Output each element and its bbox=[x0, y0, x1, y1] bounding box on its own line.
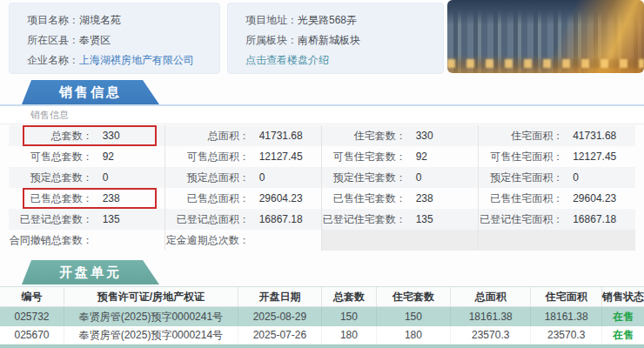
sales-field-label: 合同撤销总套数： bbox=[9, 233, 93, 248]
sales-row: 总套数：330总面积：41731.68住宅套数：330住宅面积：41731.68 bbox=[9, 125, 635, 146]
opening-units-tab[interactable]: 开盘单元 bbox=[22, 260, 159, 284]
sales-field-value: 0 bbox=[250, 171, 265, 184]
intro-link-row: 点击查看楼盘介绍 bbox=[245, 50, 443, 70]
sales-field-value: 135 bbox=[406, 213, 433, 225]
sales-row: 可售总套数：92可售总面积：12127.45可售住宅套数：92可售住宅面积：12… bbox=[9, 146, 635, 167]
sales-field-value: 0 bbox=[563, 171, 579, 184]
opening-table-cell: 025670 bbox=[0, 326, 64, 344]
sales-field-label: 可售总套数： bbox=[9, 150, 93, 164]
sales-field-value: 29604.23 bbox=[563, 192, 616, 204]
sales-field-value: 330 bbox=[406, 130, 433, 142]
sales-cell bbox=[322, 230, 479, 251]
sales-field-label: 定金逾期总次数： bbox=[165, 233, 250, 248]
sales-field-label: 已售总套数： bbox=[9, 191, 93, 206]
plate-value: 南桥新城板块 bbox=[298, 33, 360, 48]
opening-table-cell: 025732 bbox=[0, 307, 64, 326]
sales-row: 预定总套数：0预定总面积：0预定住宅套数：0预定住宅面积：0 bbox=[9, 167, 635, 188]
sale-status-badge[interactable]: 在售 bbox=[602, 326, 644, 344]
sales-cell: 已登记总套数：135 bbox=[9, 209, 165, 230]
project-sales-page: 项目名称： 湖境名苑 所在区县： 奉贤区 企业名称： 上海湖祺房地产有限公司 项… bbox=[0, 0, 644, 348]
opening-column-header: 开盘日期 bbox=[238, 287, 322, 306]
sales-cell: 总套数：330 bbox=[9, 125, 165, 146]
opening-units-table: 编号预售许可证/房地产权证开盘日期总套数住宅套数总面积住宅面积销售状态 0257… bbox=[0, 286, 644, 348]
sales-field-label: 预定总套数： bbox=[9, 171, 93, 185]
opening-table-cell: 180 bbox=[377, 326, 451, 344]
project-name-row: 项目名称： 湖境名苑 bbox=[27, 10, 219, 30]
sales-field-label: 已售总面积： bbox=[165, 191, 250, 206]
sales-field-label: 总面积： bbox=[165, 129, 250, 144]
opening-table-cell: 奉贤房管(2025)预字0000241号 bbox=[64, 307, 238, 326]
opening-column-header: 编号 bbox=[0, 287, 64, 306]
project-location-panel: 项目地址： 光昊路568弄 所属板块： 南桥新城板块 点击查看楼盘介绍 bbox=[227, 3, 444, 74]
district-value: 奉贤区 bbox=[79, 33, 111, 48]
sales-row: 已登记总套数：135已登记总面积：16867.18已登记住宅套数：135已登记住… bbox=[9, 209, 635, 230]
sales-cell: 已售住宅面积：29604.23 bbox=[479, 188, 635, 209]
opening-table-cell: 18161.38 bbox=[451, 307, 532, 326]
opening-table-cell: 23570.3 bbox=[451, 326, 532, 344]
sales-field-value: 29604.23 bbox=[250, 192, 303, 204]
opening-table-cell: 150 bbox=[322, 307, 377, 326]
project-name-value: 湖境名苑 bbox=[79, 13, 121, 28]
sales-field-label: 住宅套数： bbox=[322, 129, 406, 144]
sales-cell: 合同撤销总套数： bbox=[9, 230, 165, 251]
sales-info-grid: 总套数：330总面积：41731.68住宅套数：330住宅面积：41731.68… bbox=[9, 125, 635, 251]
sales-info-subtitle: 销售信息 bbox=[0, 104, 644, 124]
sales-field-value: 16867.18 bbox=[563, 213, 616, 225]
opening-units-tab-label: 开盘单元 bbox=[59, 264, 122, 281]
next-row-partial bbox=[0, 345, 644, 348]
sales-field-value: 41731.68 bbox=[563, 130, 616, 142]
sales-cell: 已登记总面积：16867.18 bbox=[165, 209, 322, 230]
plate-label: 所属板块： bbox=[245, 33, 298, 48]
sales-field-label: 可售住宅面积： bbox=[479, 150, 563, 164]
sales-cell: 已售总面积：29604.23 bbox=[165, 188, 322, 209]
sales-cell: 已登记住宅面积：16867.18 bbox=[479, 209, 635, 230]
sales-cell: 定金逾期总次数： bbox=[165, 230, 322, 251]
plate-row: 所属板块： 南桥新城板块 bbox=[245, 30, 443, 50]
sales-field-label: 可售住宅套数： bbox=[322, 150, 406, 164]
sales-info-tab-label: 销售信息 bbox=[59, 84, 122, 101]
opening-table-cell: 180 bbox=[322, 326, 377, 344]
sales-field-label: 已售住宅面积： bbox=[479, 191, 563, 206]
sales-field-label: 已登记总套数： bbox=[9, 212, 93, 227]
sales-field-label: 预定住宅套数： bbox=[322, 171, 406, 185]
sales-field-label: 预定总面积： bbox=[165, 171, 250, 185]
opening-column-header: 销售状态 bbox=[602, 287, 644, 306]
sales-field-value: 238 bbox=[406, 192, 433, 204]
sales-field-value: 92 bbox=[93, 151, 114, 163]
company-link[interactable]: 上海湖祺房地产有限公司 bbox=[79, 53, 194, 68]
opening-table-row: 025670奉贤房管(2025)预字0000214号2025-07-261801… bbox=[0, 326, 644, 345]
sales-cell: 可售总套数：92 bbox=[9, 146, 165, 167]
district-row: 所在区县： 奉贤区 bbox=[27, 30, 219, 50]
opening-column-header: 预售许可证/房地产权证 bbox=[64, 287, 238, 306]
sales-cell: 已售住宅套数：238 bbox=[322, 188, 479, 209]
project-photo bbox=[447, 0, 644, 73]
property-intro-link[interactable]: 点击查看楼盘介绍 bbox=[245, 53, 329, 68]
sales-info-tab[interactable]: 销售信息 bbox=[22, 80, 159, 104]
sales-field-label: 住宅面积： bbox=[479, 129, 563, 144]
sales-field-value: 92 bbox=[406, 151, 427, 163]
sale-status-badge[interactable]: 在售 bbox=[602, 307, 644, 326]
sales-field-label: 已登记住宅套数： bbox=[322, 212, 406, 227]
sales-field-label: 可售总面积： bbox=[165, 150, 250, 164]
city-lights-decoration bbox=[447, 59, 644, 68]
sales-cell: 可售住宅面积：12127.45 bbox=[479, 146, 635, 167]
opening-table-header: 编号预售许可证/房地产权证开盘日期总套数住宅套数总面积住宅面积销售状态 bbox=[0, 287, 644, 307]
opening-table-cell: 2025-08-29 bbox=[238, 307, 322, 326]
opening-column-header: 住宅面积 bbox=[531, 287, 601, 306]
sales-cell: 预定总面积：0 bbox=[165, 167, 322, 188]
sales-cell: 可售总面积：12127.45 bbox=[165, 146, 322, 167]
sales-field-value: 238 bbox=[93, 192, 120, 204]
opening-column-header: 总面积 bbox=[451, 287, 532, 306]
opening-column-header: 住宅套数 bbox=[377, 287, 451, 306]
district-label: 所在区县： bbox=[27, 33, 79, 48]
address-value: 光昊路568弄 bbox=[298, 13, 357, 28]
sales-field-value: 41731.68 bbox=[250, 130, 303, 142]
sales-field-value: 0 bbox=[93, 171, 109, 184]
sales-cell: 预定住宅套数：0 bbox=[322, 167, 479, 188]
opening-table-cell: 23570.3 bbox=[531, 326, 601, 344]
opening-table-cell: 奉贤房管(2025)预字0000214号 bbox=[64, 326, 238, 344]
sales-field-value: 0 bbox=[406, 171, 422, 184]
sales-cell: 预定总套数：0 bbox=[9, 167, 165, 188]
sales-field-label: 已售住宅套数： bbox=[322, 191, 406, 206]
sales-cell: 总面积：41731.68 bbox=[165, 125, 322, 146]
